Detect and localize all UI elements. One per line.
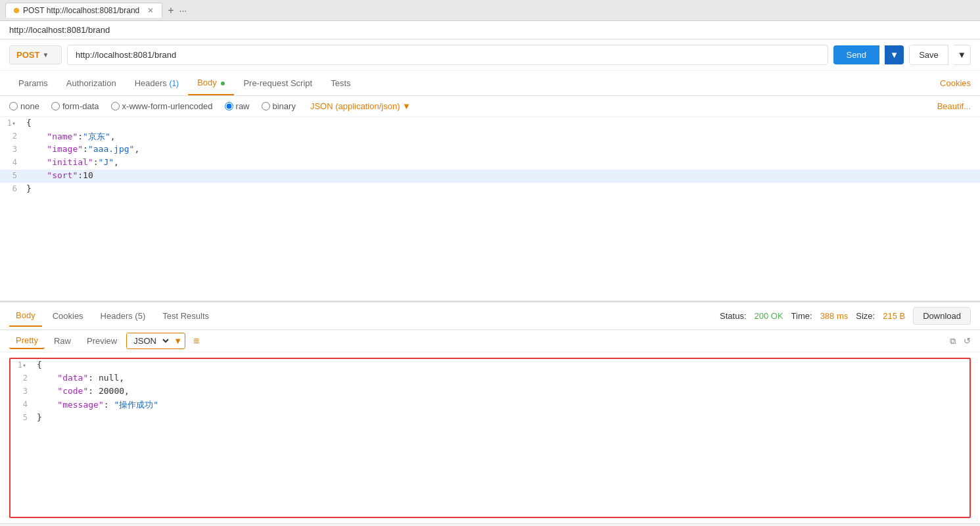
- tab-headers[interactable]: Headers (1): [126, 72, 188, 95]
- copy-button[interactable]: ⧉: [950, 336, 956, 347]
- refresh-button[interactable]: ↺: [964, 336, 971, 346]
- line-number: 6: [0, 183, 24, 193]
- method-label: POST: [16, 50, 39, 60]
- beautify-button[interactable]: Beautif...: [937, 101, 971, 111]
- response-tab-cookies[interactable]: Cookies: [46, 306, 90, 326]
- tab-body[interactable]: Body: [188, 71, 234, 95]
- url-input[interactable]: [67, 45, 828, 65]
- format-tab-raw[interactable]: Raw: [47, 333, 78, 348]
- format-tab-pretty[interactable]: Pretty: [9, 333, 45, 349]
- response-line-content: "code": 20000,: [34, 386, 969, 396]
- more-tabs-button[interactable]: ···: [179, 5, 187, 16]
- send-dropdown-button[interactable]: ▼: [885, 45, 904, 64]
- request-code-line: 3 "image":"aaa.jpg",: [0, 143, 980, 156]
- body-type-binary[interactable]: binary: [262, 101, 296, 111]
- response-line-number: 3: [11, 386, 34, 396]
- line-content: }: [24, 183, 980, 193]
- tab-prerequest[interactable]: Pre-request Script: [234, 72, 321, 95]
- line-content: "name":"京东",: [24, 131, 980, 143]
- request-code-line: 5 "sort":10: [0, 170, 980, 183]
- response-line-number: 4: [11, 399, 34, 409]
- request-tabs-bar: Params Authorization Headers (1) Body Pr…: [0, 71, 980, 96]
- send-button[interactable]: Send: [833, 45, 879, 64]
- response-section: Body Cookies Headers (5) Test Results St…: [0, 301, 980, 523]
- browser-tab[interactable]: POST http://localhost:8081/brand ✕: [5, 3, 162, 18]
- response-format-bar: Pretty Raw Preview JSON ▼ ≡ ⧉ ↺: [0, 330, 980, 352]
- request-body-editor[interactable]: 1▾{2 "name":"京东",3 "image":"aaa.jpg",4 "…: [0, 117, 980, 301]
- line-content: {: [24, 118, 980, 128]
- request-code-line: 1▾{: [0, 117, 980, 130]
- response-line-content: {: [34, 360, 969, 370]
- body-active-dot: [221, 82, 225, 85]
- request-code-line: 6}: [0, 183, 980, 196]
- cookies-link[interactable]: Cookies: [940, 78, 971, 88]
- status-area: Status: 200 OK Time: 388 ms Size: 215 B …: [720, 307, 971, 325]
- tab-params[interactable]: Params: [9, 72, 57, 95]
- request-code-line: 4 "initial":"J",: [0, 156, 980, 170]
- response-line-content: "message": "操作成功": [34, 399, 969, 411]
- json-type-selector[interactable]: JSON (application/json) ▼: [310, 101, 411, 111]
- browser-tab-label: POST http://localhost:8081/brand: [23, 6, 139, 15]
- save-dropdown-button[interactable]: ▼: [954, 45, 971, 65]
- time-label: Time:: [791, 311, 812, 321]
- save-button[interactable]: Save: [909, 45, 948, 65]
- tab-close-icon[interactable]: ✕: [147, 6, 154, 15]
- download-button[interactable]: Download: [913, 307, 971, 325]
- line-content: "sort":10: [24, 170, 980, 180]
- size-label: Size:: [856, 311, 875, 321]
- format-tab-preview[interactable]: Preview: [80, 333, 124, 348]
- response-body-code: 1▾{2 "data": null,3 "code": 20000,4 "mes…: [9, 358, 971, 518]
- tab-tests[interactable]: Tests: [321, 72, 360, 95]
- status-label: Status:: [720, 311, 746, 321]
- line-content: "image":"aaa.jpg",: [24, 144, 980, 154]
- headers-badge: (1): [169, 79, 179, 88]
- body-type-raw[interactable]: raw: [225, 101, 250, 111]
- response-code-line: 1▾{: [11, 359, 969, 372]
- size-value: 215 B: [883, 311, 905, 321]
- response-tab-headers[interactable]: Headers (5): [94, 306, 152, 326]
- line-content: "initial":"J",: [24, 157, 980, 167]
- url-display: http://localhost:8081/brand: [9, 25, 110, 35]
- time-value: 388 ms: [820, 311, 849, 321]
- response-code-line: 2 "data": null,: [11, 372, 969, 385]
- tab-authorization[interactable]: Authorization: [57, 72, 126, 95]
- request-bar: POST ▼ Send ▼ Save ▼: [0, 39, 980, 71]
- footer-bar: https://blog.csdn.net @51CTO博客: [0, 523, 980, 526]
- body-type-formdata[interactable]: form-data: [51, 101, 99, 111]
- collapse-arrow-icon: ▾: [12, 120, 16, 127]
- json-format-select[interactable]: JSON: [127, 333, 171, 348]
- response-code-line: 4 "message": "操作成功": [11, 398, 969, 412]
- wrap-icon[interactable]: ≡: [193, 335, 199, 347]
- response-line-number: 5: [11, 412, 34, 422]
- new-tab-button[interactable]: +: [168, 5, 174, 16]
- method-select[interactable]: POST ▼: [9, 45, 62, 64]
- body-type-none[interactable]: none: [9, 101, 39, 111]
- response-line-number: 1▾: [11, 360, 34, 370]
- line-number: 3: [0, 144, 24, 154]
- tab-status-dot: [14, 8, 19, 13]
- url-bar-container: http://localhost:8081/brand: [0, 21, 980, 39]
- method-chevron-icon: ▼: [42, 51, 49, 59]
- response-tab-body[interactable]: Body: [9, 305, 42, 327]
- response-tab-testresults[interactable]: Test Results: [156, 306, 216, 326]
- response-code-line: 5}: [11, 412, 969, 425]
- collapse-arrow-icon: ▾: [22, 362, 26, 369]
- postman-container: POST ▼ Send ▼ Save ▼ Params Authorizatio…: [0, 39, 980, 523]
- response-line-number: 2: [11, 373, 34, 383]
- response-line-content: }: [34, 412, 969, 422]
- browser-tab-bar: POST http://localhost:8081/brand ✕ + ···: [0, 0, 980, 21]
- json-select-chevron-icon: ▼: [171, 334, 185, 348]
- request-code-line: 2 "name":"京东",: [0, 130, 980, 143]
- response-tabs-bar: Body Cookies Headers (5) Test Results St…: [0, 302, 980, 330]
- body-type-bar: none form-data x-www-form-urlencoded raw…: [0, 96, 980, 117]
- json-format-select-wrap[interactable]: JSON ▼: [126, 333, 185, 349]
- line-number: 2: [0, 131, 24, 141]
- body-type-urlencoded[interactable]: x-www-form-urlencoded: [111, 101, 213, 111]
- line-number: 5: [0, 170, 24, 180]
- response-line-content: "data": null,: [34, 373, 969, 383]
- line-number: 4: [0, 157, 24, 167]
- line-number: 1▾: [0, 118, 24, 128]
- status-value: 200 OK: [755, 311, 783, 321]
- response-code-line: 3 "code": 20000,: [11, 385, 969, 398]
